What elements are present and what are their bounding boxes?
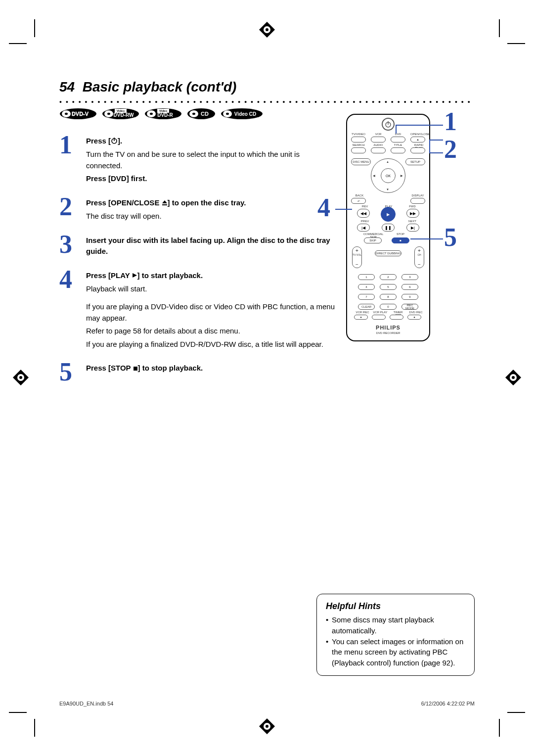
step-2-text: The disc tray will open.	[86, 211, 246, 222]
footer-right: 6/12/2006 4:22:02 PM	[421, 701, 475, 707]
svg-point-11	[512, 376, 515, 379]
remote-disc-menu: DISC MENU	[351, 158, 371, 165]
remote-button-openclose: ▲	[410, 137, 425, 142]
step-number: 5	[59, 361, 79, 384]
remote-prev: |◀	[357, 224, 370, 232]
down-icon: ▼	[386, 188, 389, 191]
remote-num-4: 4	[358, 284, 375, 290]
callout-5: 5	[444, 223, 457, 252]
remote-vcr-play	[372, 315, 386, 320]
callout-1: 1	[444, 107, 457, 136]
registration-mark-icon	[504, 369, 522, 386]
hint-item: You can select images or information on …	[326, 636, 465, 668]
remote-label: OPEN/CLOSE	[410, 133, 427, 136]
remote-label: FWD	[406, 205, 418, 208]
remote-illustration: TV/VIDEO VCR DVD OPEN/CLOSE ▲ SEARCH AUD…	[346, 114, 455, 341]
remote-stop-button: ■	[392, 237, 409, 243]
step-4-text-b: If you are playing a DVD-Video disc or V…	[86, 301, 336, 324]
up-icon: ▲	[386, 160, 389, 163]
step-4-text-a: Playback will start.	[86, 284, 336, 295]
hints-title: Helpful Hints	[326, 601, 465, 612]
remote-back: ↶	[351, 198, 366, 204]
section-title: Basic playback (cont'd)	[83, 79, 237, 94]
remote-brand: PHILIPS	[347, 325, 429, 331]
step-number: 3	[59, 233, 79, 257]
remote-dubbing: DIRECT DUBBING	[375, 250, 401, 256]
media-badge-videocd: Video CD	[221, 108, 263, 120]
remote-button	[351, 147, 366, 153]
remote-label: NEXT	[406, 220, 418, 223]
remote-num-3: 3	[401, 274, 418, 280]
left-icon: ◀	[373, 174, 375, 177]
step-2-press: Press [OPEN/CLOSE ] to open the disc tra…	[86, 198, 246, 207]
stop-icon	[133, 363, 138, 375]
remote-num-5: 5	[380, 284, 397, 290]
remote-skip: SKIP	[364, 237, 382, 243]
remote-label: BACK	[352, 194, 367, 197]
remote-dvd-rec: ●	[407, 315, 421, 320]
play-icon	[132, 270, 137, 282]
helpful-hints-box: Helpful Hints Some discs may start playb…	[316, 594, 475, 676]
remote-label: DISPLAY	[410, 194, 425, 197]
svg-text:DVD-R: DVD-R	[157, 112, 173, 118]
svg-point-14	[65, 113, 68, 115]
remote-display	[410, 198, 425, 204]
step-4-press: Press [PLAY ] to start playback.	[86, 271, 203, 280]
step-1-press: Press [].	[86, 137, 122, 145]
remote-label: TITLE	[391, 143, 405, 146]
svg-point-18	[107, 113, 110, 115]
registration-mark-icon	[258, 717, 276, 735]
remote-button	[371, 137, 386, 142]
svg-point-2	[266, 28, 268, 31]
remote-rec-mode: REC MODE	[401, 304, 418, 310]
remote-rev: ◀◀	[357, 209, 370, 218]
remote-ch: +CH−	[414, 246, 424, 268]
svg-text:DVD-V: DVD-V	[72, 111, 89, 117]
remote-num-7: 7	[358, 294, 375, 300]
remote-button	[391, 137, 405, 142]
step-number: 4	[59, 268, 79, 350]
media-badge-dvd-v: DVD-V	[59, 108, 97, 120]
remote-clear: CLEAR	[358, 304, 375, 310]
dotted-rule: ••••••••••••••••••••••••••••••••••••••••…	[59, 98, 474, 103]
remote-label: VCR REC	[355, 311, 370, 314]
step-1: 1 Press []. Turn the TV on and be sure t…	[59, 134, 336, 185]
registration-mark-icon	[258, 21, 276, 39]
footer-left: E9A90UD_EN.indb 54	[59, 701, 113, 707]
remote-label: TV/VIDEO	[351, 133, 366, 136]
svg-marker-40	[133, 273, 137, 278]
step-4-text-c: Refer to page 58 for details about a dis…	[86, 326, 336, 337]
remote-label: VCR PLAY	[373, 311, 388, 314]
step-4-text-d: If you are playing a finalized DVD-R/DVD…	[86, 339, 336, 350]
svg-point-24	[150, 113, 153, 115]
remote-label: STOP	[395, 233, 406, 236]
step-1-text: Turn the TV on and be sure to select the…	[86, 149, 336, 171]
media-badge-dvd-rw: VideoDVD-RW	[102, 108, 139, 120]
svg-text:Video CD: Video CD	[234, 111, 256, 117]
step-3: 3 Insert your disc with its label facing…	[59, 233, 336, 257]
hint-item: Some discs may start playback automatica…	[326, 614, 465, 636]
remote-num-9: 9	[401, 294, 418, 300]
step-2: 2 Press [OPEN/CLOSE ] to open the disc t…	[59, 195, 336, 222]
remote-label: SEARCH	[351, 143, 366, 146]
remote-num-2: 2	[380, 274, 397, 280]
remote-fwd: ▶▶	[406, 209, 419, 218]
step-5: 5 Press [STOP ] to stop playback.	[59, 361, 336, 384]
remote-button	[391, 147, 405, 153]
remote-vcr-rec: ●	[354, 315, 368, 320]
media-badge-dvd-r: VideoDVD-R	[144, 108, 182, 120]
remote-button	[351, 137, 366, 142]
step-4: 4 Press [PLAY ] to start playback. Playb…	[59, 268, 336, 350]
svg-point-34	[226, 113, 229, 115]
remote-setup: SETUP	[405, 158, 425, 165]
remote-label: AUDIO	[371, 143, 386, 146]
remote-button	[410, 147, 425, 153]
step-number: 1	[59, 134, 79, 185]
svg-text:DVD-RW: DVD-RW	[114, 112, 134, 118]
eject-icon	[162, 198, 168, 209]
svg-rect-41	[134, 367, 137, 371]
remote-num-8: 8	[380, 294, 397, 300]
step-number: 2	[59, 195, 79, 222]
remote-label: PREV	[359, 220, 371, 223]
remote-label: DVD REC	[408, 311, 423, 314]
